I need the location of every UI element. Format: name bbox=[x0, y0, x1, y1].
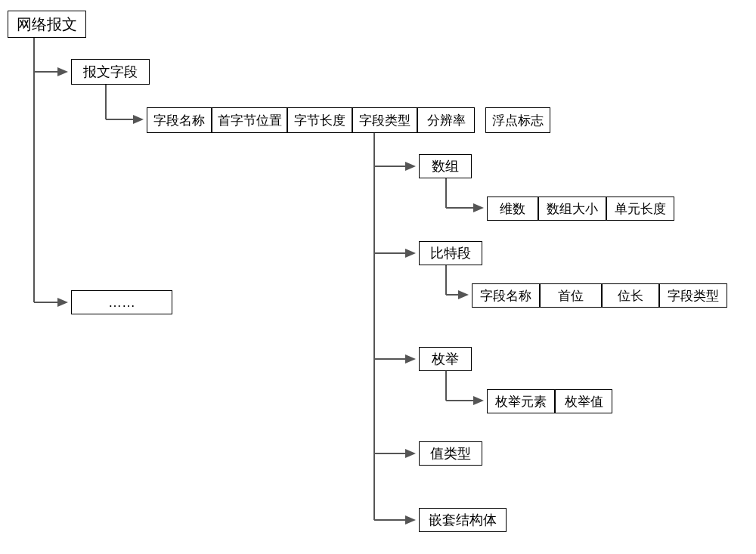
array-dims: 维数 bbox=[487, 197, 538, 221]
type-nested-struct-label: 嵌套结构体 bbox=[429, 511, 497, 529]
attr-resolution: 分辨率 bbox=[417, 107, 475, 133]
type-nested-struct-node: 嵌套结构体 bbox=[419, 508, 507, 532]
array-unit-len: 单元长度 bbox=[606, 197, 674, 221]
type-array-label: 数组 bbox=[432, 157, 459, 175]
ellipsis-label: …… bbox=[108, 295, 135, 311]
attr-float-flag: 浮点标志 bbox=[485, 107, 550, 133]
message-field-label: 报文字段 bbox=[83, 63, 138, 81]
type-enum-node: 枚举 bbox=[419, 347, 472, 371]
bitfield-attrs-row: 字段名称 首位 位长 字段类型 bbox=[472, 283, 727, 308]
array-size: 数组大小 bbox=[538, 197, 606, 221]
field-attrs-row: 字段名称 首字节位置 字节长度 字段类型 分辨率 浮点标志 bbox=[147, 107, 550, 133]
attr-byte-len: 字节长度 bbox=[287, 107, 352, 133]
enum-element: 枚举元素 bbox=[487, 389, 555, 413]
attr-field-type: 字段类型 bbox=[352, 107, 417, 133]
type-value-label: 值类型 bbox=[430, 444, 471, 463]
bitfield-first-bit: 首位 bbox=[540, 283, 602, 308]
array-attrs-row: 维数 数组大小 单元长度 bbox=[487, 197, 674, 221]
bitfield-bit-len: 位长 bbox=[602, 283, 659, 308]
root-node: 网络报文 bbox=[8, 11, 86, 38]
bitfield-field-type: 字段类型 bbox=[659, 283, 727, 308]
root-label: 网络报文 bbox=[17, 14, 77, 35]
ellipsis-node: …… bbox=[71, 290, 172, 314]
type-bitfield-label: 比特段 bbox=[430, 244, 471, 262]
attr-name: 字段名称 bbox=[147, 107, 212, 133]
bitfield-name: 字段名称 bbox=[472, 283, 540, 308]
enum-attrs-row: 枚举元素 枚举值 bbox=[487, 389, 612, 413]
enum-value: 枚举值 bbox=[555, 389, 612, 413]
type-array-node: 数组 bbox=[419, 154, 472, 178]
type-enum-label: 枚举 bbox=[432, 350, 459, 368]
attr-first-byte: 首字节位置 bbox=[212, 107, 287, 133]
type-bitfield-node: 比特段 bbox=[419, 241, 482, 265]
type-value-node: 值类型 bbox=[419, 441, 482, 466]
message-field-node: 报文字段 bbox=[71, 59, 150, 85]
